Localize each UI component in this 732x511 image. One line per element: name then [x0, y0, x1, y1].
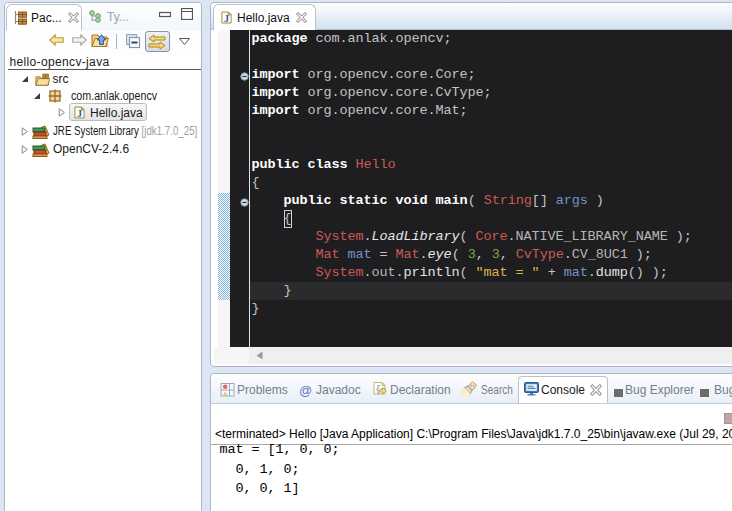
svg-text:J: J [224, 13, 229, 24]
svg-text:J: J [76, 108, 81, 119]
